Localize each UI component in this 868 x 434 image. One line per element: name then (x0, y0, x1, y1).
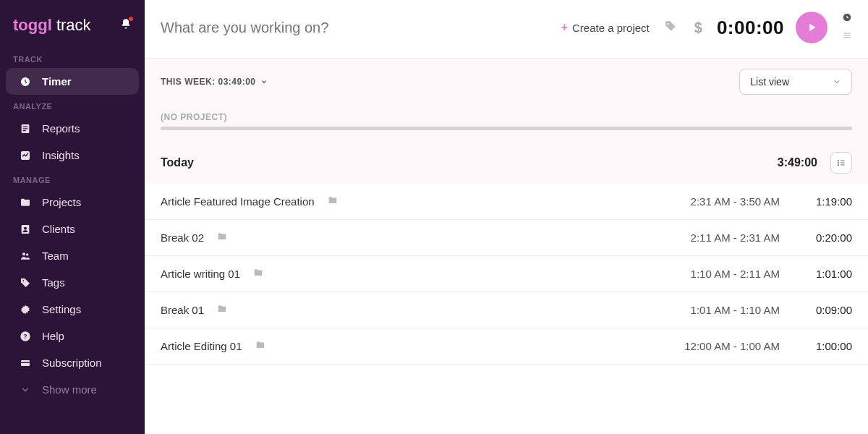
plus-icon: + (561, 21, 568, 34)
folder-icon[interactable] (217, 231, 227, 244)
timer-bar: + Create a project $ 0:00:00 (145, 0, 868, 59)
day-total: 3:49:00 (778, 156, 817, 169)
nav-label: Projects (42, 196, 81, 208)
nav-label: Tags (42, 276, 65, 289)
nav-label: Show more (42, 383, 97, 396)
client-icon (19, 224, 32, 235)
team-icon (19, 250, 32, 262)
svg-point-9 (26, 253, 28, 255)
svg-point-8 (22, 252, 25, 255)
week-summary[interactable]: THIS WEEK: 03:49:00 (161, 77, 268, 87)
nav-show-more[interactable]: Show more (6, 376, 139, 403)
entry-duration: 1:00:00 (780, 340, 852, 352)
billable-button[interactable]: $ (692, 20, 705, 36)
create-project-label: Create a project (572, 22, 650, 34)
logo[interactable]: toggl track (13, 16, 91, 35)
chevron-down-icon (833, 77, 841, 86)
entry-time-range: 12:00 AM - 1:00 AM (650, 340, 780, 352)
nav-label: Reports (42, 122, 80, 135)
nav-tags[interactable]: Tags (6, 269, 139, 296)
section-manage: MANAGE (0, 169, 145, 189)
entry-time-range: 2:11 AM - 2:31 AM (650, 231, 780, 244)
nav-settings[interactable]: Settings (6, 296, 139, 323)
week-toolbar: THIS WEEK: 03:49:00 List view (145, 59, 868, 105)
folder-icon (19, 197, 32, 208)
svg-rect-3 (23, 128, 28, 129)
nav-projects[interactable]: Projects (6, 189, 139, 216)
svg-rect-2 (23, 126, 28, 127)
svg-point-23 (838, 164, 838, 165)
entry-time-range: 1:01 AM - 1:10 AM (650, 304, 780, 316)
time-entry[interactable]: Break 022:11 AM - 2:31 AM0:20:00 (145, 220, 868, 256)
time-entry[interactable]: Article Editing 0112:00 AM - 1:00 AM1:00… (145, 328, 868, 365)
logo-row: toggl track (0, 10, 145, 48)
entry-description: Article Featured Image Creation (161, 195, 315, 208)
subscription-icon (19, 357, 32, 369)
tag-icon (19, 277, 32, 289)
chevron-down-icon (260, 78, 268, 85)
nav-clients[interactable]: Clients (6, 216, 139, 242)
time-entry[interactable]: Break 011:01 AM - 1:10 AM0:09:00 (145, 292, 868, 328)
nav-insights[interactable]: Insights (6, 142, 139, 169)
notifications-icon[interactable] (120, 18, 132, 33)
help-icon: ? (19, 331, 32, 342)
entry-duration: 0:09:00 (780, 304, 852, 316)
week-label-text: THIS WEEK: 03:49:00 (161, 77, 256, 87)
section-track: TRACK (0, 48, 145, 68)
entry-description: Break 02 (161, 231, 204, 244)
description-input[interactable] (161, 20, 550, 36)
day-title: Today (161, 156, 778, 169)
entry-description: Article writing 01 (161, 268, 240, 280)
view-select[interactable]: List view (739, 69, 852, 95)
svg-point-22 (838, 162, 838, 163)
entry-duration: 1:19:00 (780, 195, 852, 208)
entry-time-range: 2:31 AM - 3:50 AM (650, 195, 780, 208)
entry-duration: 0:20:00 (780, 231, 852, 244)
reports-icon (19, 123, 32, 135)
svg-point-10 (22, 280, 24, 281)
svg-point-21 (838, 161, 838, 161)
manual-mode-icon[interactable] (842, 30, 852, 43)
create-project-button[interactable]: + Create a project (561, 21, 650, 34)
tag-button[interactable] (661, 20, 680, 36)
nav-timer[interactable]: Timer (6, 68, 139, 95)
no-project-bar (161, 127, 852, 130)
nav-label: Settings (42, 303, 81, 315)
mode-toggles (842, 12, 852, 43)
entry-duration: 1:01:00 (780, 268, 852, 280)
timer-display: 0:00:00 (717, 17, 784, 39)
nav-team[interactable]: Team (6, 242, 139, 269)
svg-point-7 (24, 226, 27, 229)
clock-icon (19, 76, 32, 88)
insights-icon (19, 150, 32, 161)
time-entry[interactable]: Article Featured Image Creation2:31 AM -… (145, 184, 868, 220)
entry-time-range: 1:10 AM - 2:11 AM (650, 268, 780, 280)
no-project-section: (NO PROJECT) (145, 105, 868, 133)
chevron-down-icon (19, 385, 32, 395)
svg-rect-15 (21, 362, 30, 362)
folder-icon[interactable] (255, 340, 265, 352)
nav-help[interactable]: ? Help (6, 323, 139, 349)
timer-mode-icon[interactable] (842, 12, 852, 25)
nav-label: Insights (42, 149, 80, 161)
folder-icon[interactable] (328, 195, 338, 208)
svg-rect-4 (23, 130, 26, 131)
sidebar: toggl track TRACK Timer ANALYZE Reports … (0, 0, 145, 434)
svg-point-16 (668, 22, 669, 24)
entry-description: Article Editing 01 (161, 340, 242, 352)
entry-description: Break 01 (161, 304, 204, 316)
folder-icon[interactable] (253, 268, 263, 280)
svg-text:?: ? (23, 333, 27, 340)
time-entry[interactable]: Article writing 011:10 AM - 2:11 AM1:01:… (145, 256, 868, 292)
entries-list: Article Featured Image Creation2:31 AM -… (145, 184, 868, 365)
nav-label: Timer (42, 75, 72, 88)
list-icon (836, 158, 846, 168)
nav-subscription[interactable]: Subscription (6, 349, 139, 376)
settings-icon (19, 304, 32, 315)
start-button[interactable] (796, 12, 827, 43)
folder-icon[interactable] (217, 304, 227, 316)
bulk-edit-button[interactable] (830, 152, 852, 174)
main: + Create a project $ 0:00:00 THIS WEEK: … (145, 0, 868, 434)
nav-label: Help (42, 330, 64, 342)
nav-reports[interactable]: Reports (6, 115, 139, 142)
